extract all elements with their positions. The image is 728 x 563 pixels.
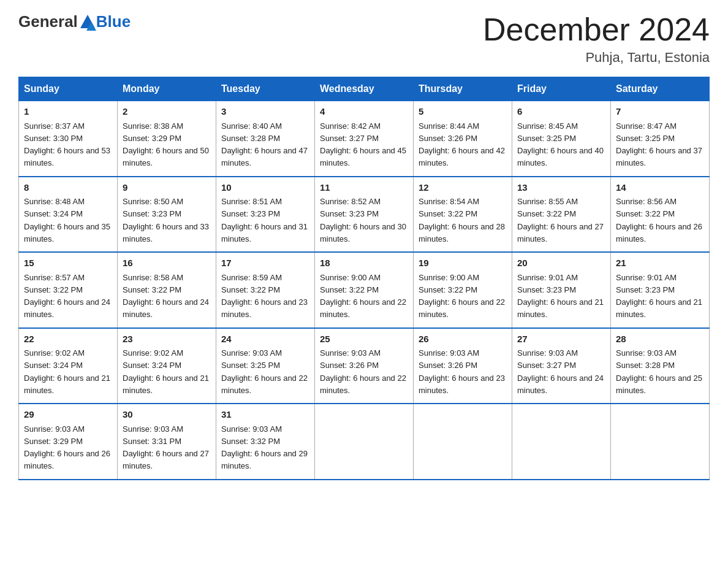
day-number: 2 — [123, 105, 211, 119]
day-info: Sunrise: 8:40 AMSunset: 3:28 PMDaylight:… — [221, 121, 308, 168]
day-info: Sunrise: 8:42 AMSunset: 3:27 PMDaylight:… — [320, 121, 406, 168]
day-of-week-header: Monday — [118, 77, 216, 101]
day-info: Sunrise: 8:47 AMSunset: 3:25 PMDaylight:… — [616, 121, 702, 168]
calendar-day-cell: 20Sunrise: 9:01 AMSunset: 3:23 PMDayligh… — [512, 252, 611, 328]
day-info: Sunrise: 8:48 AMSunset: 3:24 PMDaylight:… — [24, 197, 110, 243]
calendar-day-cell: 3Sunrise: 8:40 AMSunset: 3:28 PMDaylight… — [216, 101, 315, 177]
calendar-day-cell: 28Sunrise: 9:03 AMSunset: 3:28 PMDayligh… — [611, 328, 710, 404]
calendar-day-cell: 21Sunrise: 9:01 AMSunset: 3:23 PMDayligh… — [611, 252, 710, 328]
calendar-day-cell: 27Sunrise: 9:03 AMSunset: 3:27 PMDayligh… — [512, 328, 611, 404]
day-number: 29 — [24, 408, 112, 422]
day-number: 18 — [320, 256, 408, 270]
day-info: Sunrise: 9:03 AMSunset: 3:32 PMDaylight:… — [221, 424, 308, 471]
page-header: General Blue December 2024 Puhja, Tartu,… — [18, 12, 710, 66]
day-info: Sunrise: 9:03 AMSunset: 3:26 PMDaylight:… — [320, 348, 406, 395]
day-info: Sunrise: 8:51 AMSunset: 3:23 PMDaylight:… — [221, 197, 308, 243]
day-number: 30 — [123, 408, 211, 422]
day-info: Sunrise: 9:02 AMSunset: 3:24 PMDaylight:… — [123, 348, 209, 395]
day-number: 16 — [123, 256, 211, 270]
calendar-day-cell: 13Sunrise: 8:55 AMSunset: 3:22 PMDayligh… — [512, 177, 611, 253]
day-info: Sunrise: 9:03 AMSunset: 3:26 PMDaylight:… — [419, 348, 505, 395]
day-info: Sunrise: 9:03 AMSunset: 3:27 PMDaylight:… — [517, 348, 604, 395]
calendar-day-cell: 2Sunrise: 8:38 AMSunset: 3:29 PMDaylight… — [118, 101, 216, 177]
day-of-week-header: Saturday — [611, 77, 710, 101]
day-number: 14 — [616, 181, 704, 195]
day-info: Sunrise: 8:45 AMSunset: 3:25 PMDaylight:… — [517, 121, 604, 168]
day-number: 10 — [221, 181, 309, 195]
calendar-day-cell: 30Sunrise: 9:03 AMSunset: 3:31 PMDayligh… — [118, 404, 216, 480]
day-info: Sunrise: 9:00 AMSunset: 3:22 PMDaylight:… — [419, 273, 505, 320]
day-number: 1 — [24, 105, 112, 119]
day-number: 24 — [221, 332, 309, 347]
calendar-day-cell — [611, 404, 710, 480]
calendar-day-cell: 22Sunrise: 9:02 AMSunset: 3:24 PMDayligh… — [19, 328, 118, 404]
day-info: Sunrise: 9:00 AMSunset: 3:22 PMDaylight:… — [320, 273, 406, 320]
calendar-day-cell: 1Sunrise: 8:37 AMSunset: 3:30 PMDaylight… — [19, 101, 118, 177]
calendar-week-row: 1Sunrise: 8:37 AMSunset: 3:30 PMDaylight… — [19, 101, 710, 177]
calendar-day-cell: 25Sunrise: 9:03 AMSunset: 3:26 PMDayligh… — [315, 328, 414, 404]
day-info: Sunrise: 9:01 AMSunset: 3:23 PMDaylight:… — [517, 273, 604, 320]
calendar-table: SundayMondayTuesdayWednesdayThursdayFrid… — [18, 77, 710, 480]
calendar-day-cell: 4Sunrise: 8:42 AMSunset: 3:27 PMDaylight… — [315, 101, 414, 177]
calendar-day-cell — [315, 404, 414, 480]
day-number: 23 — [123, 332, 211, 347]
day-number: 19 — [419, 256, 507, 270]
calendar-day-cell: 18Sunrise: 9:00 AMSunset: 3:22 PMDayligh… — [315, 252, 414, 328]
calendar-header-row: SundayMondayTuesdayWednesdayThursdayFrid… — [19, 77, 710, 101]
calendar-day-cell: 17Sunrise: 8:59 AMSunset: 3:22 PMDayligh… — [216, 252, 315, 328]
day-number: 21 — [616, 256, 704, 270]
calendar-week-row: 8Sunrise: 8:48 AMSunset: 3:24 PMDaylight… — [19, 177, 710, 253]
logo-general-text: General — [18, 12, 78, 31]
calendar-day-cell: 12Sunrise: 8:54 AMSunset: 3:22 PMDayligh… — [414, 177, 512, 253]
day-info: Sunrise: 8:38 AMSunset: 3:29 PMDaylight:… — [123, 121, 209, 168]
day-number: 12 — [419, 181, 507, 195]
logo-icon — [79, 13, 96, 31]
calendar-day-cell: 6Sunrise: 8:45 AMSunset: 3:25 PMDaylight… — [512, 101, 611, 177]
day-number: 11 — [320, 181, 408, 195]
day-info: Sunrise: 8:54 AMSunset: 3:22 PMDaylight:… — [419, 197, 505, 243]
calendar-week-row: 22Sunrise: 9:02 AMSunset: 3:24 PMDayligh… — [19, 328, 710, 404]
day-number: 13 — [517, 181, 605, 195]
calendar-day-cell — [414, 404, 512, 480]
calendar-day-cell: 8Sunrise: 8:48 AMSunset: 3:24 PMDaylight… — [19, 177, 118, 253]
day-of-week-header: Friday — [512, 77, 611, 101]
calendar-day-cell: 31Sunrise: 9:03 AMSunset: 3:32 PMDayligh… — [216, 404, 315, 480]
calendar-day-cell: 23Sunrise: 9:02 AMSunset: 3:24 PMDayligh… — [118, 328, 216, 404]
day-number: 3 — [221, 105, 309, 119]
day-number: 7 — [616, 105, 704, 119]
calendar-day-cell: 14Sunrise: 8:56 AMSunset: 3:22 PMDayligh… — [611, 177, 710, 253]
calendar-day-cell: 11Sunrise: 8:52 AMSunset: 3:23 PMDayligh… — [315, 177, 414, 253]
title-block: December 2024 Puhja, Tartu, Estonia — [483, 12, 710, 66]
calendar-day-cell — [512, 404, 611, 480]
calendar-day-cell: 29Sunrise: 9:03 AMSunset: 3:29 PMDayligh… — [19, 404, 118, 480]
day-info: Sunrise: 8:52 AMSunset: 3:23 PMDaylight:… — [320, 197, 406, 243]
day-info: Sunrise: 8:55 AMSunset: 3:22 PMDaylight:… — [517, 197, 604, 243]
day-info: Sunrise: 9:03 AMSunset: 3:29 PMDaylight:… — [24, 424, 110, 471]
logo: General Blue — [18, 12, 131, 31]
logo-blue-text: Blue — [96, 12, 131, 31]
calendar-day-cell: 26Sunrise: 9:03 AMSunset: 3:26 PMDayligh… — [414, 328, 512, 404]
month-title: December 2024 — [483, 12, 710, 47]
day-info: Sunrise: 9:02 AMSunset: 3:24 PMDaylight:… — [24, 348, 110, 395]
location-text: Puhja, Tartu, Estonia — [483, 50, 710, 66]
day-number: 26 — [419, 332, 507, 347]
day-info: Sunrise: 8:58 AMSunset: 3:22 PMDaylight:… — [123, 273, 209, 320]
day-number: 4 — [320, 105, 408, 119]
calendar-day-cell: 5Sunrise: 8:44 AMSunset: 3:26 PMDaylight… — [414, 101, 512, 177]
day-info: Sunrise: 9:03 AMSunset: 3:28 PMDaylight:… — [616, 348, 702, 395]
day-number: 22 — [24, 332, 112, 347]
day-number: 6 — [517, 105, 605, 119]
calendar-week-row: 15Sunrise: 8:57 AMSunset: 3:22 PMDayligh… — [19, 252, 710, 328]
day-of-week-header: Wednesday — [315, 77, 414, 101]
day-number: 28 — [616, 332, 704, 347]
day-number: 27 — [517, 332, 605, 347]
day-info: Sunrise: 8:59 AMSunset: 3:22 PMDaylight:… — [221, 273, 308, 320]
day-info: Sunrise: 9:03 AMSunset: 3:25 PMDaylight:… — [221, 348, 308, 395]
calendar-day-cell: 7Sunrise: 8:47 AMSunset: 3:25 PMDaylight… — [611, 101, 710, 177]
calendar-day-cell: 10Sunrise: 8:51 AMSunset: 3:23 PMDayligh… — [216, 177, 315, 253]
day-number: 17 — [221, 256, 309, 270]
day-info: Sunrise: 9:01 AMSunset: 3:23 PMDaylight:… — [616, 273, 702, 320]
day-of-week-header: Sunday — [19, 77, 118, 101]
day-number: 8 — [24, 181, 112, 195]
calendar-day-cell: 15Sunrise: 8:57 AMSunset: 3:22 PMDayligh… — [19, 252, 118, 328]
